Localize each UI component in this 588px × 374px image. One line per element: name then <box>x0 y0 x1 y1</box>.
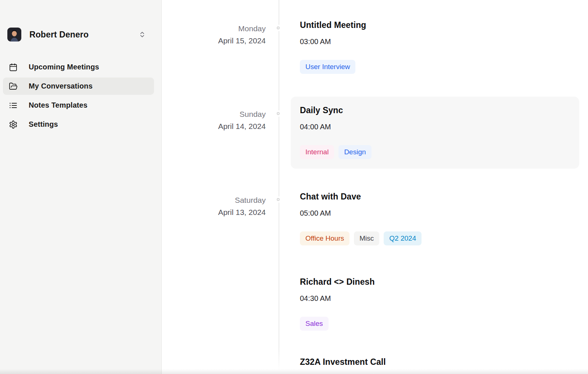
meeting-item[interactable]: Untitled Meeting03:00 AMUser Interview <box>300 19 588 74</box>
sidebar-item-notes-templates[interactable]: Notes Templates <box>3 97 154 114</box>
meetings-app: Robert Denero Upcoming MeetingsMy Conver… <box>0 0 588 374</box>
timeline-day-label: Sunday <box>162 108 266 120</box>
timeline-day-label: Monday <box>162 22 266 35</box>
chevron-up-down-icon[interactable] <box>139 30 146 39</box>
timeline-dot <box>277 112 280 115</box>
sidebar-item-label: Settings <box>29 120 58 129</box>
meeting-time: 05:00 AM <box>300 208 588 218</box>
tag-chip[interactable]: Q2 2024 <box>384 231 422 245</box>
sidebar-item-label: Upcoming Meetings <box>29 63 99 71</box>
folder-icon <box>9 82 18 91</box>
meeting-tags: Sales <box>300 317 588 331</box>
timeline-line <box>279 0 279 370</box>
sidebar-nav: Upcoming MeetingsMy ConversationsNotes T… <box>3 58 154 135</box>
sidebar-item-label: My Conversations <box>29 82 93 90</box>
timeline-group-content: Untitled Meeting03:00 AMUser Interview <box>300 19 588 74</box>
sidebar-item-my-conversations[interactable]: My Conversations <box>3 78 154 95</box>
meeting-title: Chat with Dave <box>300 191 588 202</box>
meeting-tags: InternalDesign <box>300 145 570 159</box>
timeline-date-label: April 14, 2024 <box>162 120 266 132</box>
timeline-group-content: Daily Sync04:00 AMInternalDesign <box>300 97 588 169</box>
meeting-time: 04:30 AM <box>300 293 588 303</box>
meeting-time: 04:00 AM <box>300 122 570 132</box>
timeline-date-label: April 13, 2024 <box>162 206 266 218</box>
list-icon <box>9 101 18 110</box>
sidebar: Robert Denero Upcoming MeetingsMy Conver… <box>0 0 162 374</box>
tag-chip[interactable]: Sales <box>300 317 329 331</box>
timeline-dot <box>277 26 280 29</box>
meeting-tags: User Interview <box>300 60 588 74</box>
timeline-date: MondayApril 15, 2024 <box>162 22 266 47</box>
timeline-group-content: Z32A Investment Call <box>300 356 588 367</box>
timeline: MondayApril 15, 2024Untitled Meeting03:0… <box>162 0 588 374</box>
meeting-item[interactable]: Richard <> Dinesh04:30 AMSales <box>300 276 588 331</box>
sidebar-item-settings[interactable]: Settings <box>3 116 154 133</box>
meeting-title: Daily Sync <box>300 105 570 116</box>
tag-chip[interactable]: Design <box>338 145 371 159</box>
timeline-day-label: Saturday <box>162 194 266 206</box>
avatar <box>7 28 21 42</box>
tag-chip[interactable]: User Interview <box>300 60 355 74</box>
timeline-date-label: April 15, 2024 <box>162 35 266 47</box>
timeline-date: SaturdayApril 13, 2024 <box>162 194 266 218</box>
meeting-title: Richard <> Dinesh <box>300 276 588 287</box>
meeting-item[interactable]: Daily Sync04:00 AMInternalDesign <box>291 97 579 169</box>
timeline-date: SundayApril 14, 2024 <box>162 108 266 132</box>
sidebar-item-upcoming-meetings[interactable]: Upcoming Meetings <box>3 58 154 76</box>
meeting-title: Untitled Meeting <box>300 19 588 30</box>
tag-chip[interactable]: Internal <box>300 145 334 159</box>
gear-icon <box>9 120 18 129</box>
user-name: Robert Denero <box>29 30 139 40</box>
meeting-item[interactable]: Z32A Investment Call <box>300 356 588 367</box>
timeline-group-content: Chat with Dave05:00 AMOffice HoursMiscQ2… <box>300 191 588 331</box>
sidebar-item-label: Notes Templates <box>29 101 87 109</box>
meeting-item[interactable]: Chat with Dave05:00 AMOffice HoursMiscQ2… <box>300 191 588 245</box>
meeting-tags: Office HoursMiscQ2 2024 <box>300 231 588 245</box>
tag-chip[interactable]: Misc <box>354 231 379 245</box>
timeline-dot <box>277 198 280 201</box>
tag-chip[interactable]: Office Hours <box>300 231 349 245</box>
meeting-time: 03:00 AM <box>300 36 588 47</box>
profile-switcher[interactable]: Robert Denero <box>7 26 155 43</box>
calendar-icon <box>9 63 18 72</box>
meeting-title: Z32A Investment Call <box>300 356 588 367</box>
